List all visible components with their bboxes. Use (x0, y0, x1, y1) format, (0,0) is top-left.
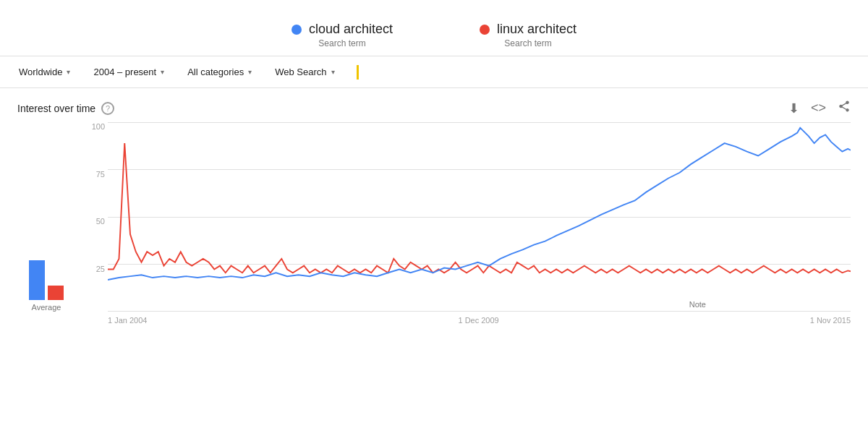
y-label-100: 100 (92, 122, 105, 131)
embed-button[interactable]: <> (811, 100, 826, 116)
legend-item-cloud: cloud architect Search term (292, 22, 393, 48)
linux-dot (480, 25, 490, 35)
cloud-label: cloud architect (309, 22, 393, 37)
legend-item-linux: linux architect Search term (480, 22, 576, 48)
x-labels: 1 Jan 2004 1 Dec 2009 1 Nov 2015 (108, 316, 851, 325)
note-label: Note (689, 300, 706, 309)
avg-bar-blue (29, 260, 45, 300)
cloud-sub: Search term (318, 38, 365, 48)
avg-bar-red (48, 286, 64, 300)
y-label-50: 50 (96, 217, 105, 226)
icon-actions: ⬇ <> (788, 100, 851, 116)
x-label-2009: 1 Dec 2009 (458, 316, 498, 325)
avg-bars (29, 184, 64, 300)
x-label-2015: 1 Nov 2015 (810, 316, 851, 325)
category-chevron-icon: ▾ (248, 68, 252, 76)
x-label-2004: 1 Jan 2004 (108, 316, 147, 325)
grid-line-bottom (108, 311, 851, 312)
share-button[interactable] (838, 100, 851, 116)
cloud-dot (292, 25, 302, 35)
period-filter[interactable]: 2004 – present ▾ (89, 64, 169, 80)
avg-section: Average (17, 122, 75, 325)
red-trend-line (108, 143, 851, 273)
download-button[interactable]: ⬇ (788, 100, 799, 116)
linux-label: linux architect (497, 22, 576, 37)
section-title-group: Interest over time ? (17, 102, 114, 115)
help-icon[interactable]: ? (101, 102, 114, 115)
region-filter[interactable]: Worldwide ▾ (14, 64, 75, 80)
section-title-text: Interest over time (17, 103, 95, 114)
avg-label: Average (32, 303, 61, 312)
chart-area: Average 100 75 50 25 (17, 122, 851, 325)
y-label-25: 25 (96, 265, 105, 273)
period-chevron-icon: ▾ (161, 68, 164, 76)
y-axis: 100 75 50 25 (82, 122, 108, 312)
section-header: Interest over time ? ⬇ <> (0, 88, 868, 122)
region-chevron-icon: ▾ (67, 68, 70, 76)
trend-chart-svg (108, 122, 851, 297)
y-label-75: 75 (96, 170, 105, 179)
linux-sub: Search term (504, 38, 551, 48)
search-type-filter[interactable]: Web Search ▾ (271, 64, 339, 80)
legend-bar: cloud architect Search term linux archit… (0, 0, 868, 56)
main-chart: 100 75 50 25 Note (82, 122, 851, 325)
category-filter[interactable]: All categories ▾ (183, 64, 256, 80)
blue-trend-line (108, 128, 851, 280)
search-type-chevron-icon: ▾ (331, 68, 335, 76)
yellow-bar-indicator (357, 65, 359, 80)
filters-bar: Worldwide ▾ 2004 – present ▾ All categor… (0, 56, 868, 88)
